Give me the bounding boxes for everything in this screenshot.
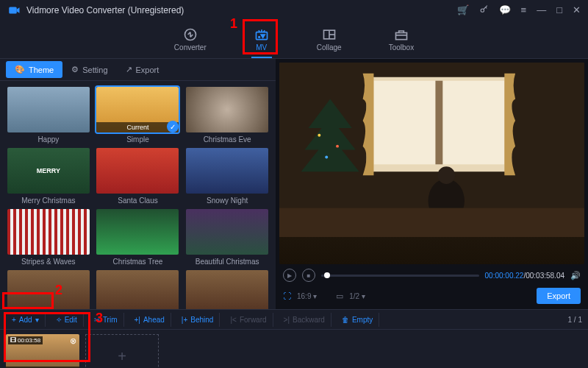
minimize-icon[interactable]: — [537,4,546,16]
left-panel: 🎨Theme ⚙Setting ↗Export Happy Current✓Si… [0,59,276,309]
tab-collage-label: Collage [317,43,342,52]
theme-label: Christmas Eve [204,135,251,144]
clip-remove-icon[interactable]: ⊗ [68,336,78,346]
play-button[interactable]: ▶ [283,269,296,282]
timeline: 🎞00:03:58 ⊗ ▷ 🔇 ✧ ✂ + [0,330,588,368]
theme-santa-claus[interactable] [96,148,179,194]
volume-icon[interactable]: 🔊 [570,271,581,280]
collage-icon [321,28,337,41]
svg-rect-13 [435,81,442,165]
merry-text: MERRY [37,167,60,174]
svg-point-18 [437,166,455,184]
svg-rect-8 [395,32,406,39]
wand-icon: ✧ [56,316,62,324]
clip-toolbar: +Add ▾ ✧Edit ✂Trim +|Ahead |+Behind |<Fo… [0,309,588,330]
theme-stripes-waves[interactable] [7,209,90,255]
time-display: 00:00:00.22/00:03:58.04 [485,272,564,280]
aspect-icon: ⛶ [283,291,291,300]
subtab-export-label: Export [136,66,159,74]
chevron-down-icon: ▾ [35,316,39,324]
theme-extra[interactable] [186,270,268,309]
key-icon[interactable] [479,4,489,16]
feedback-icon[interactable]: 💬 [499,4,511,16]
aspect-select[interactable]: 16:9 ▾ [297,292,317,300]
subtab-theme[interactable]: 🎨Theme [6,61,62,78]
tab-toolbox-label: Toolbox [389,43,414,52]
svg-point-14 [318,134,320,137]
progress-bar[interactable] [321,275,479,277]
empty-button[interactable]: 🗑Empty [336,313,379,327]
theme-extra[interactable] [96,270,179,309]
theme-christmas-eve[interactable] [186,87,268,132]
plus-icon: + [12,316,16,324]
preview-panel: ▶ ■ 00:00:00.22/00:03:58.04 🔊 ⛶ 16:9 ▾ ▭… [276,59,588,309]
theme-label: Beautiful Christmas [196,258,259,266]
gear-icon: ⚙ [71,65,79,74]
export-button[interactable]: Export [537,288,581,304]
theme-happy[interactable] [7,87,90,132]
page-select[interactable]: 1/2 ▾ [349,292,365,300]
subtab-theme-label: Theme [29,66,54,74]
theme-grid: Happy Current✓Simple Christmas Eve MERRY… [0,81,276,309]
edit-button[interactable]: ✧Edit [50,313,84,327]
video-preview[interactable] [279,63,584,264]
cart-icon[interactable]: 🛒 [457,4,469,16]
clip-item[interactable]: 🎞00:03:58 ⊗ ▷ 🔇 ✧ ✂ [6,334,79,368]
svg-rect-19 [279,208,584,238]
stop-button[interactable]: ■ [302,269,315,282]
tab-collage[interactable]: Collage [308,25,351,54]
subtab-export[interactable]: ↗Export [117,61,168,78]
tab-converter-label: Converter [174,43,207,52]
svg-point-15 [336,145,339,148]
mv-icon [254,28,270,41]
menu-icon[interactable]: ≡ [521,4,527,16]
add-clip-slot[interactable]: + [85,334,159,368]
svg-point-16 [325,155,328,158]
scissors-icon: ✂ [94,316,100,324]
svg-rect-0 [9,7,17,14]
app-logo-icon [7,4,21,17]
trim-button[interactable]: ✂Trim [88,313,124,327]
toolbox-icon [393,28,409,41]
svg-point-1 [481,9,484,12]
theme-extra[interactable] [7,270,90,309]
progress-handle[interactable] [324,272,330,278]
trash-icon: 🗑 [342,316,349,324]
theme-snowy-night[interactable] [186,148,268,194]
subtab-setting[interactable]: ⚙Setting [62,61,116,78]
add-button[interactable]: +Add ▾ [6,313,46,327]
tab-toolbox[interactable]: Toolbox [380,25,423,54]
behind-button[interactable]: |+Behind [176,313,220,327]
app-title: Vidmore Video Converter (Unregistered) [26,5,184,15]
titlebar: Vidmore Video Converter (Unregistered) 🛒… [0,0,588,21]
forward-button[interactable]: |<Forward [224,313,273,327]
export-icon: ↗ [126,65,132,74]
clip-duration: 🎞00:03:58 [8,336,43,344]
theme-simple[interactable]: Current✓ [96,87,179,132]
converter-icon [182,28,198,41]
tab-mv[interactable]: MV [245,25,279,54]
backward-button[interactable]: >|Backward [278,313,331,327]
tab-converter[interactable]: Converter [165,25,215,54]
subtab-setting-label: Setting [82,66,107,74]
tab-mv-label: MV [256,43,267,52]
palette-icon: 🎨 [15,65,25,74]
theme-merry-christmas[interactable]: MERRY [7,148,90,194]
ahead-icon: +| [135,316,140,324]
film-icon: 🎞 [10,337,16,344]
theme-label: Christmas Tree [113,258,163,266]
forward-icon: |< [230,316,236,324]
theme-label: Santa Claus [118,197,157,205]
page-icon: ▭ [336,291,343,301]
theme-label: Happy [37,135,59,144]
svg-point-4 [259,36,260,38]
behind-icon: |+ [182,316,187,324]
backward-icon: >| [284,316,290,324]
page-indicator: 1 / 1 [568,316,582,324]
close-icon[interactable]: ✕ [573,4,581,16]
theme-beautiful-christmas[interactable] [186,209,268,255]
ahead-button[interactable]: +|Ahead [129,313,171,327]
theme-christmas-tree[interactable] [96,209,179,255]
maximize-icon[interactable]: □ [556,4,562,16]
theme-label: Merry Christmas [21,197,75,205]
